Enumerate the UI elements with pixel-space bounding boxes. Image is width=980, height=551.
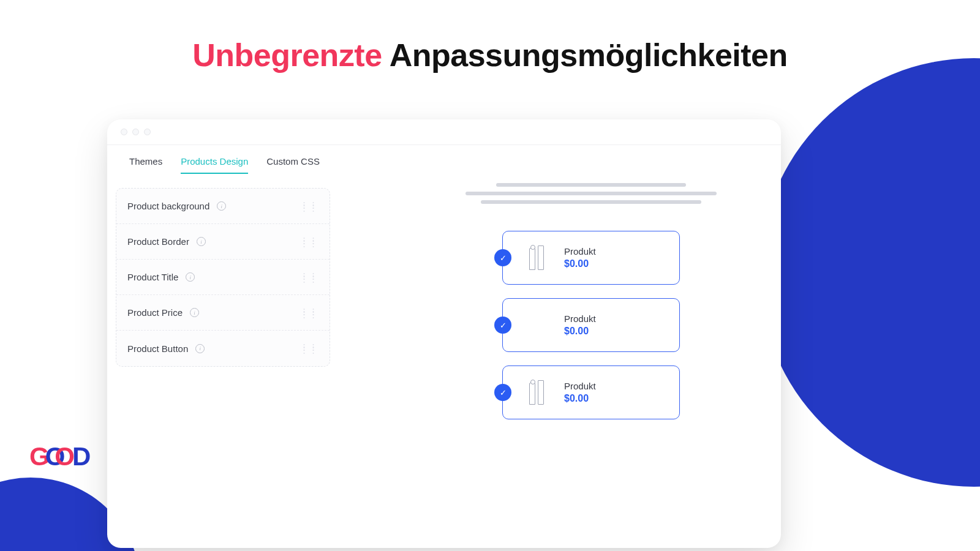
tab-products-design[interactable]: Products Design [181,156,248,174]
design-options-panel: Product background i ⋮⋮⋮⋮ Product Border… [116,188,330,367]
product-title: Produkt [564,381,596,391]
check-icon: ✓ [494,249,511,266]
info-icon[interactable]: i [186,272,195,282]
window-dot-close[interactable] [121,129,127,135]
drag-handle-icon[interactable]: ⋮⋮⋮⋮ [300,274,318,280]
tabs: Themes Products Design Custom CSS [107,145,781,174]
option-label: Product Price [127,307,183,318]
product-thumb-icon [526,380,547,405]
brand-logo: GOOD [29,442,90,471]
page-title: Unbegrenzte Anpassungsmöglichkeiten [0,37,980,73]
window-dot-max[interactable] [144,129,151,135]
option-product-border[interactable]: Product Border i ⋮⋮⋮⋮ [116,224,330,260]
preview-area: ✓ Produkt $0.00 ✓ Produkt $0.00 [426,178,756,419]
skeleton-line [496,183,686,187]
product-preview-list: ✓ Produkt $0.00 ✓ Produkt $0.00 [426,231,756,419]
info-icon[interactable]: i [217,201,226,211]
option-label: Product background [127,201,209,211]
skeleton-line [466,192,717,195]
product-card[interactable]: ✓ Produkt $0.00 [502,365,680,419]
page-title-highlight: Unbegrenzte [192,37,382,73]
product-info: Produkt $0.00 [564,313,596,337]
info-icon[interactable]: i [195,344,205,353]
app-window: Themes Products Design Custom CSS Produc… [107,119,781,548]
option-product-price[interactable]: Product Price i ⋮⋮⋮⋮ [116,295,330,331]
info-icon[interactable]: i [197,237,206,246]
product-title: Produkt [564,313,596,324]
option-label: Product Title [127,272,178,282]
product-thumb-icon [526,246,547,270]
product-info: Produkt $0.00 [564,381,596,404]
check-icon: ✓ [494,384,511,401]
window-dot-min[interactable] [132,129,139,135]
check-icon: ✓ [494,317,511,334]
info-icon[interactable]: i [190,308,199,317]
option-product-background[interactable]: Product background i ⋮⋮⋮⋮ [116,189,330,224]
option-label: Product Border [127,236,189,247]
option-label: Product Button [127,343,188,354]
page-title-rest: Anpassungsmöglichkeiten [390,37,788,73]
product-price: $0.00 [564,393,596,404]
window-titlebar [107,119,781,145]
drag-handle-icon[interactable]: ⋮⋮⋮⋮ [300,203,318,209]
product-title: Produkt [564,246,596,257]
product-card[interactable]: ✓ Produkt $0.00 [502,231,680,285]
drag-handle-icon[interactable]: ⋮⋮⋮⋮ [300,310,318,316]
option-product-title[interactable]: Product Title i ⋮⋮⋮⋮ [116,260,330,295]
product-card[interactable]: ✓ Produkt $0.00 [502,298,680,352]
drag-handle-icon[interactable]: ⋮⋮⋮⋮ [300,239,318,245]
tab-custom-css[interactable]: Custom CSS [266,156,320,174]
tab-themes[interactable]: Themes [129,156,162,174]
product-price: $0.00 [564,326,596,337]
skeleton-line [481,200,701,204]
option-product-button[interactable]: Product Button i ⋮⋮⋮⋮ [116,331,330,366]
drag-handle-icon[interactable]: ⋮⋮⋮⋮ [300,345,318,351]
product-info: Produkt $0.00 [564,246,596,269]
product-price: $0.00 [564,258,596,269]
decorative-circle-top [760,58,980,487]
